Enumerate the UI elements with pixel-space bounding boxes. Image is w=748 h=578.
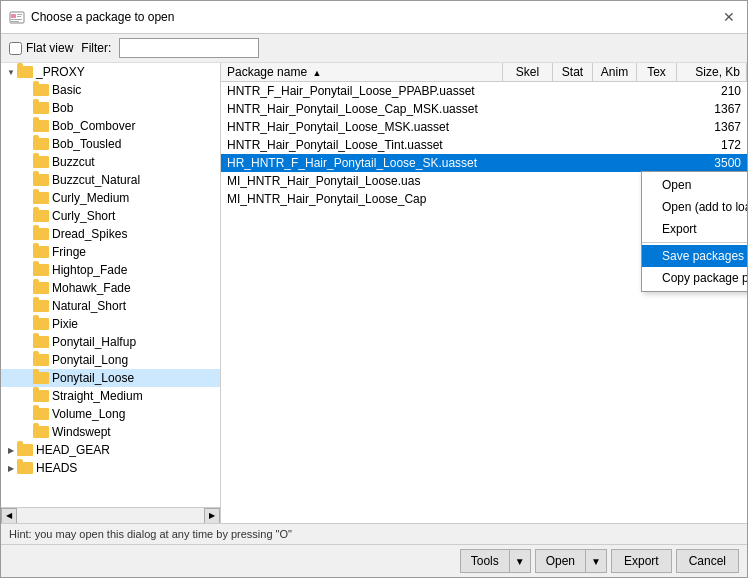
file-cell-size: 172: [677, 138, 747, 152]
close-button[interactable]: ✕: [719, 7, 739, 27]
tree-item-basic[interactable]: Basic: [1, 81, 220, 99]
tree-arrow-straight_medium[interactable]: [21, 390, 33, 402]
tree-item-mohawk_fade[interactable]: Mohawk_Fade: [1, 279, 220, 297]
context-menu-item-export[interactable]: Export: [642, 218, 747, 240]
tree-item-bob[interactable]: Bob: [1, 99, 220, 117]
tree-label-buzzcut_natural: Buzzcut_Natural: [52, 173, 140, 187]
open-dropdown-arrow[interactable]: ▼: [585, 549, 607, 573]
tree-arrow-ponytail_loose[interactable]: [21, 372, 33, 384]
dialog-title: Choose a package to open: [31, 10, 174, 24]
folder-icon-windswept: [33, 426, 49, 438]
tree-arrow-natural_short[interactable]: [21, 300, 33, 312]
tree-item-fringe[interactable]: Fringe: [1, 243, 220, 261]
tree-label-hightop_fade: Hightop_Fade: [52, 263, 127, 277]
context-menu-item-copy-path[interactable]: Copy package path: [642, 267, 747, 289]
file-list-header: Package name ▲ Skel Stat Anim Tex Size, …: [221, 63, 747, 82]
tree-item-head_gear[interactable]: ▶HEAD_GEAR: [1, 441, 220, 459]
flat-view-checkbox-label[interactable]: Flat view: [9, 41, 73, 55]
tree-arrow-bob[interactable]: [21, 102, 33, 114]
tree-item-dread_spikes[interactable]: Dread_Spikes: [1, 225, 220, 243]
left-scroll-right-btn[interactable]: ▶: [204, 508, 220, 524]
tree-arrow-basic[interactable]: [21, 84, 33, 96]
tree-item-windswept[interactable]: Windswept: [1, 423, 220, 441]
tools-button[interactable]: Tools: [460, 549, 509, 573]
tree-arrow-bob_combover[interactable]: [21, 120, 33, 132]
file-item[interactable]: HR_HNTR_F_Hair_Ponytail_Loose_SK.uasset3…: [221, 154, 747, 172]
tree-item-ponytail_halfup[interactable]: Ponytail_Halfup: [1, 333, 220, 351]
file-item[interactable]: HNTR_Hair_Ponytail_Loose_Cap_MSK.uasset1…: [221, 100, 747, 118]
folder-icon-curly_short: [33, 210, 49, 222]
tree-arrow-windswept[interactable]: [21, 426, 33, 438]
tree-arrow-ponytail_halfup[interactable]: [21, 336, 33, 348]
hint-text: Hint: you may open this dialog at any ti…: [9, 528, 292, 540]
context-menu-item-open-add[interactable]: Open (add to loaded set): [642, 196, 747, 218]
tree-arrow-volume_long[interactable]: [21, 408, 33, 420]
title-bar: Choose a package to open ✕: [1, 1, 747, 34]
tree-item-bob_tousled[interactable]: Bob_Tousled: [1, 135, 220, 153]
tree-item-heads[interactable]: ▶HEADS: [1, 459, 220, 477]
tree-arrow-hightop_fade[interactable]: [21, 264, 33, 276]
filter-input[interactable]: [119, 38, 259, 58]
col-header-anim[interactable]: Anim: [593, 63, 637, 81]
file-cell-size: 1367: [677, 120, 747, 134]
context-menu-item-open[interactable]: Open: [642, 174, 747, 196]
tree-item-ponytail_long[interactable]: Ponytail_Long: [1, 351, 220, 369]
folder-icon-volume_long: [33, 408, 49, 420]
tree-arrow-curly_medium[interactable]: [21, 192, 33, 204]
col-header-tex[interactable]: Tex: [637, 63, 677, 81]
left-scroll-left-btn[interactable]: ◀: [1, 508, 17, 524]
left-horizontal-scroll[interactable]: ◀ ▶: [1, 507, 220, 523]
tree-item-buzzcut_natural[interactable]: Buzzcut_Natural: [1, 171, 220, 189]
tree-item-natural_short[interactable]: Natural_Short: [1, 297, 220, 315]
file-item[interactable]: HNTR_F_Hair_Ponytail_Loose_PPABP.uasset2…: [221, 82, 747, 100]
left-panel-row: ▼_PROXYBasicBobBob_ComboverBob_TousledBu…: [1, 63, 220, 507]
col-header-size[interactable]: Size, Kb: [677, 63, 747, 81]
col-header-skel[interactable]: Skel: [503, 63, 553, 81]
tree-arrow-heads[interactable]: ▶: [5, 462, 17, 474]
tree-label-bob_tousled: Bob_Tousled: [52, 137, 121, 151]
file-cell-size: 3500: [677, 156, 747, 170]
tree-arrow-head_gear[interactable]: ▶: [5, 444, 17, 456]
export-button[interactable]: Export: [611, 549, 672, 573]
file-item[interactable]: HNTR_Hair_Ponytail_Loose_MSK.uasset1367: [221, 118, 747, 136]
flat-view-checkbox[interactable]: [9, 42, 22, 55]
tree-item-curly_medium[interactable]: Curly_Medium: [1, 189, 220, 207]
flat-view-label: Flat view: [26, 41, 73, 55]
tree-item-ponytail_loose[interactable]: Ponytail_Loose: [1, 369, 220, 387]
tree-arrow-pixie[interactable]: [21, 318, 33, 330]
col-header-stat[interactable]: Stat: [553, 63, 593, 81]
tree-item-proxy[interactable]: ▼_PROXY: [1, 63, 220, 81]
tree-arrow-buzzcut[interactable]: [21, 156, 33, 168]
col-header-name[interactable]: Package name ▲: [221, 63, 503, 81]
folder-icon-head_gear: [17, 444, 33, 456]
tree-arrow-fringe[interactable]: [21, 246, 33, 258]
context-menu-item-save-packages[interactable]: Save packages: [642, 245, 747, 267]
tree-item-curly_short[interactable]: Curly_Short: [1, 207, 220, 225]
tree-item-volume_long[interactable]: Volume_Long: [1, 405, 220, 423]
tree-arrow-buzzcut_natural[interactable]: [21, 174, 33, 186]
file-list-body: HNTR_F_Hair_Ponytail_Loose_PPABP.uasset2…: [221, 82, 747, 523]
file-cell-name: MI_HNTR_Hair_Ponytail_Loose.uas: [221, 174, 503, 188]
tree-arrow-mohawk_fade[interactable]: [21, 282, 33, 294]
tree-item-pixie[interactable]: Pixie: [1, 315, 220, 333]
open-button[interactable]: Open: [535, 549, 585, 573]
tree-arrow-proxy[interactable]: ▼: [5, 66, 17, 78]
tree-arrow-ponytail_long[interactable]: [21, 354, 33, 366]
tree-arrow-bob_tousled[interactable]: [21, 138, 33, 150]
cancel-button[interactable]: Cancel: [676, 549, 739, 573]
file-cell-name: HNTR_Hair_Ponytail_Loose_Tint.uasset: [221, 138, 503, 152]
tree-item-straight_medium[interactable]: Straight_Medium: [1, 387, 220, 405]
tree-arrow-dread_spikes[interactable]: [21, 228, 33, 240]
tree-item-buzzcut[interactable]: Buzzcut: [1, 153, 220, 171]
file-item[interactable]: HNTR_Hair_Ponytail_Loose_Tint.uasset172: [221, 136, 747, 154]
main-content: ▼_PROXYBasicBobBob_ComboverBob_TousledBu…: [1, 63, 747, 523]
dialog-icon: [9, 9, 25, 25]
tree-item-bob_combover[interactable]: Bob_Combover: [1, 117, 220, 135]
file-cell-name: HNTR_Hair_Ponytail_Loose_Cap_MSK.uasset: [221, 102, 503, 116]
folder-icon-dread_spikes: [33, 228, 49, 240]
tree-label-ponytail_long: Ponytail_Long: [52, 353, 128, 367]
tree-label-curly_medium: Curly_Medium: [52, 191, 129, 205]
tools-dropdown-arrow[interactable]: ▼: [509, 549, 531, 573]
tree-item-hightop_fade[interactable]: Hightop_Fade: [1, 261, 220, 279]
tree-arrow-curly_short[interactable]: [21, 210, 33, 222]
